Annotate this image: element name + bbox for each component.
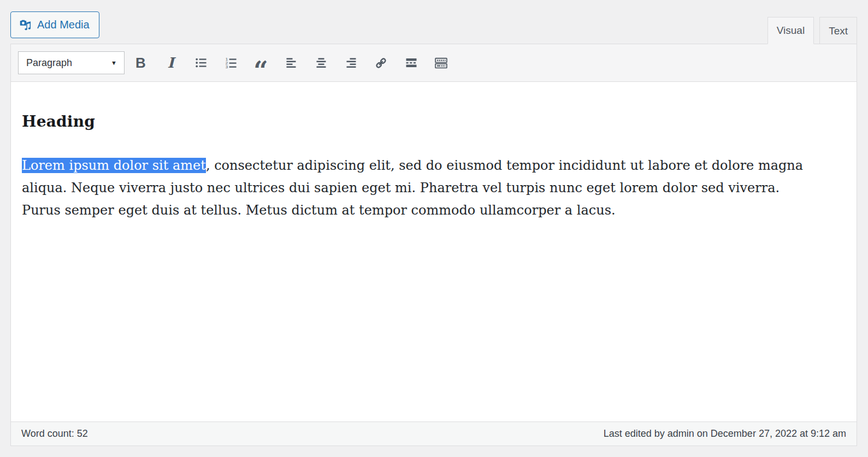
editor-mode-tabs: Visual Text — [767, 17, 857, 44]
link-icon — [374, 56, 388, 70]
keyboard-icon — [434, 56, 448, 70]
align-right-icon — [345, 56, 358, 69]
content-paragraph: Lorem ipsum dolor sit amet, consectetur … — [22, 155, 817, 222]
format-dropdown-value: Paragraph — [26, 57, 72, 69]
read-more-icon — [405, 56, 418, 69]
tab-visual[interactable]: Visual — [767, 17, 814, 44]
italic-icon: I — [167, 55, 174, 71]
bulleted-list-button[interactable] — [188, 50, 214, 76]
editor-header: Add Media Visual Text — [10, 11, 857, 44]
insert-link-button[interactable] — [368, 50, 394, 76]
editor-toolbar: Paragraph ▼ B I — [11, 44, 857, 82]
editor-statusbar: Word count: 52 Last edited by admin on D… — [11, 422, 857, 446]
dropdown-caret-icon: ▼ — [111, 60, 117, 66]
italic-button[interactable]: I — [158, 50, 184, 76]
align-left-icon — [285, 56, 298, 69]
editor-container: Paragraph ▼ B I — [10, 44, 857, 446]
numbered-list-button[interactable]: 1 2 3 — [218, 50, 244, 76]
last-edited: Last edited by admin on December 27, 202… — [604, 428, 846, 440]
bold-icon: B — [135, 55, 146, 72]
tab-text[interactable]: Text — [819, 17, 857, 44]
ol-digit: 3 — [225, 64, 228, 69]
media-icon — [19, 19, 32, 32]
align-center-icon — [315, 56, 328, 69]
blockquote-button[interactable]: “ — [248, 50, 274, 76]
align-center-button[interactable] — [308, 50, 334, 76]
bold-button[interactable]: B — [128, 50, 153, 76]
word-count: Word count: 52 — [21, 428, 88, 440]
toolbar-buttons: B I 1 2 3 — [128, 50, 458, 76]
selected-text: Lorem ipsum dolor sit amet — [22, 158, 206, 173]
format-dropdown[interactable]: Paragraph ▼ — [18, 51, 125, 74]
align-right-button[interactable] — [338, 50, 364, 76]
insert-read-more-button[interactable] — [398, 50, 424, 76]
wordpress-editor: Add Media Visual Text Paragraph ▼ B I — [10, 11, 857, 446]
numbered-list-icon: 1 2 3 — [225, 56, 238, 69]
add-media-button[interactable]: Add Media — [10, 11, 99, 38]
bulleted-list-icon — [194, 56, 208, 69]
editor-content[interactable]: Heading Lorem ipsum dolor sit amet, cons… — [11, 82, 857, 422]
add-media-label: Add Media — [37, 19, 90, 31]
content-heading: Heading — [22, 82, 846, 130]
toolbar-toggle-button[interactable] — [428, 50, 454, 76]
align-left-button[interactable] — [278, 50, 304, 76]
